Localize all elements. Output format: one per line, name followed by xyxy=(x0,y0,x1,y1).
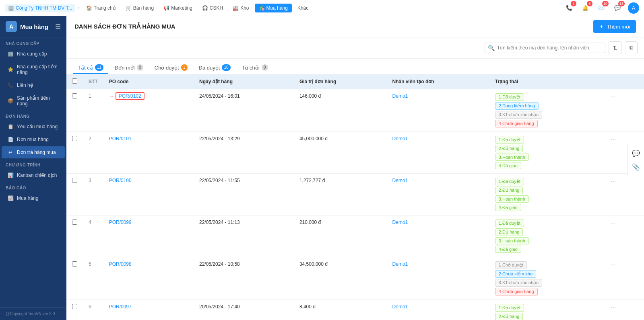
header-value[interactable]: Giá trị đơn hàng xyxy=(294,74,387,89)
cell-staff[interactable]: Demo1 xyxy=(387,89,489,132)
status-tag: 3.Hoàn thành xyxy=(495,154,529,161)
row-checkbox-4[interactable] xyxy=(72,261,77,267)
sidebar-item-nhacungcap-tiemnang[interactable]: ⭐ Nhà cung cấp tiềm năng xyxy=(2,61,65,78)
sidebar-item-nhacungcap[interactable]: 🏢 Nhà cung cấp xyxy=(2,48,65,60)
sidebar-item-yeucau-muahang[interactable]: 📋 Yêu cầu mua hàng xyxy=(2,121,65,133)
cell-status: 1.Đã duyệt2.Đủ hàng3.Hoàn thành4.Đã giao xyxy=(489,132,603,174)
cell-more[interactable]: ··· xyxy=(603,257,644,300)
nav-item-cskh[interactable]: 🎧 CSKH xyxy=(198,4,227,12)
mail-icon-btn[interactable]: ✉️ 10 xyxy=(596,2,607,14)
header-staff[interactable]: Nhân viên tạo đơn xyxy=(387,74,489,89)
more-options-button[interactable]: ··· xyxy=(608,135,618,144)
more-options-button[interactable]: ··· xyxy=(608,261,618,269)
header-status[interactable]: Trạng thái xyxy=(489,74,603,89)
status-tag: 2.Đang kiểm hàng xyxy=(495,102,539,110)
orders-table-wrapper: STT PO code Ngày đặt hàng Giá trị đơn hà… xyxy=(66,74,644,320)
row-checkbox-5[interactable] xyxy=(72,304,77,309)
table-row: 4POR/009922/05/2024 - 11:13210,000 đDemo… xyxy=(66,215,644,257)
po-code-link[interactable]: POR/0097 xyxy=(109,304,132,310)
tab-tuchoi[interactable]: Từ chối 0 xyxy=(237,62,273,74)
sidebar-item-lienhe[interactable]: 📞 Liên hệ xyxy=(2,79,65,91)
select-all-checkbox[interactable] xyxy=(72,78,77,84)
tab-tatca[interactable]: Tất cả 11 xyxy=(73,62,108,74)
cell-pocode[interactable]: →POR/0102 xyxy=(103,89,194,132)
phone-icon-btn[interactable]: 📞 1 xyxy=(564,2,575,14)
cell-staff[interactable]: Demo1 xyxy=(387,174,489,215)
row-checkbox-2[interactable] xyxy=(72,178,77,183)
tab-donmoi[interactable]: Đơn mới 0 xyxy=(110,62,148,74)
cell-more[interactable]: ··· xyxy=(603,215,644,257)
header-pocode[interactable]: PO code xyxy=(103,74,194,89)
header-date[interactable]: Ngày đặt hàng xyxy=(194,74,294,89)
top-navigation: 🏢 Công Ty TNHH TM DV T... › 🏠 Trang chủ … xyxy=(0,0,644,16)
tab-tatca-label: Tất cả xyxy=(78,65,93,71)
nav-item-marketing[interactable]: 📢 Marketing xyxy=(159,4,196,12)
cell-pocode[interactable]: POR/0100 xyxy=(103,174,194,215)
nav-item-khac[interactable]: Khác xyxy=(293,4,312,12)
cell-more[interactable]: ··· xyxy=(603,174,644,215)
filter-sort-button[interactable]: ⇅ xyxy=(609,41,621,54)
sidebar-footer: @Copyright TeraVN ver 3.0 xyxy=(0,307,66,320)
staff-link[interactable]: Demo1 xyxy=(392,261,408,267)
content-area: 🔍 ⇅ ⧉ Tất cả 11 xyxy=(66,37,644,320)
sidebar-collapse-button[interactable]: ☰ xyxy=(55,23,61,31)
staff-link[interactable]: Demo1 xyxy=(392,219,408,225)
more-options-button[interactable]: ··· xyxy=(608,92,618,101)
nav-item-muahang[interactable]: 🛍️ Mua hàng xyxy=(255,4,292,12)
tab-daduyet[interactable]: Đã duyệt 10 xyxy=(194,62,235,74)
main-content: DANH SÁCH ĐƠN TRẢ HÀNG MUA ＋ Thêm mới 🔍 … xyxy=(66,16,644,320)
right-chat-icon[interactable]: 💬 xyxy=(630,148,642,159)
bell-icon-btn[interactable]: 🔔 8 xyxy=(580,2,591,14)
search-icon: 🔍 xyxy=(488,45,495,51)
chat-icon-btn[interactable]: 💬 13 xyxy=(612,2,623,14)
sidebar-item-donmuahang[interactable]: 📄 Đơn mua hàng xyxy=(2,133,65,146)
nav-item-home[interactable]: 🏠 Trang chủ xyxy=(82,4,120,12)
staff-link[interactable]: Demo1 xyxy=(392,178,408,183)
more-options-button[interactable]: ··· xyxy=(608,303,618,312)
nav-item-kho[interactable]: 🏭 Kho xyxy=(229,4,253,12)
nav-item-banhang[interactable]: 🛒 Bán hàng xyxy=(122,4,158,12)
po-code-highlighted[interactable]: POR/0102 xyxy=(116,92,144,100)
more-options-button[interactable]: ··· xyxy=(608,219,618,227)
staff-link[interactable]: Demo1 xyxy=(392,304,408,310)
search-input[interactable] xyxy=(485,43,605,53)
more-options-button[interactable]: ··· xyxy=(608,177,618,185)
home-icon: 🏠 xyxy=(86,5,92,11)
cell-date: 20/05/2024 - 17:40 xyxy=(194,300,294,320)
sidebar-item-baocao-muahang[interactable]: 📈 Mua hàng xyxy=(2,192,65,204)
cell-pocode[interactable]: POR/0098 xyxy=(103,257,194,300)
cell-staff[interactable]: Demo1 xyxy=(387,132,489,174)
staff-link[interactable]: Demo1 xyxy=(392,93,408,99)
cell-value: 8,400 đ xyxy=(294,300,387,320)
cell-value: 34,500,000 đ xyxy=(294,257,387,300)
cell-staff[interactable]: Demo1 xyxy=(387,257,489,300)
cell-staff[interactable]: Demo1 xyxy=(387,300,489,320)
cell-more[interactable]: ··· xyxy=(603,89,644,132)
user-avatar[interactable]: A xyxy=(628,2,639,14)
top-nav-right-icons: 📞 1 🔔 8 ✉️ 10 💬 13 A xyxy=(564,2,639,14)
sidebar-title: Mua hàng xyxy=(20,23,48,30)
company-selector[interactable]: 🏢 Công Ty TNHH TM DV T... xyxy=(5,4,75,12)
cell-pocode[interactable]: POR/0097 xyxy=(103,300,194,320)
po-code-link[interactable]: POR/0101 xyxy=(109,136,132,142)
tab-tuchoi-label: Từ chối xyxy=(242,65,260,71)
right-clip-icon[interactable]: 📎 xyxy=(630,161,642,172)
row-checkbox-0[interactable] xyxy=(72,93,77,98)
add-new-button[interactable]: ＋ Thêm mới xyxy=(593,20,636,33)
staff-link[interactable]: Demo1 xyxy=(392,136,408,142)
cell-pocode[interactable]: POR/0101 xyxy=(103,132,194,174)
po-code-link[interactable]: POR/0098 xyxy=(109,261,132,267)
po-code-link[interactable]: POR/0100 xyxy=(109,178,132,183)
cell-staff[interactable]: Demo1 xyxy=(387,215,489,257)
po-code-link[interactable]: POR/0099 xyxy=(109,219,132,225)
cell-more[interactable]: ··· xyxy=(603,300,644,320)
sidebar-item-kanban[interactable]: 📊 Kanban chiến dịch xyxy=(2,169,65,181)
sidebar-item-dontrahanmua[interactable]: ↩ Đơn trả hàng mua xyxy=(2,146,65,158)
filter-button[interactable]: ⧉ xyxy=(625,41,638,54)
cell-pocode[interactable]: POR/0099 xyxy=(103,215,194,257)
add-btn-label: Thêm mới xyxy=(607,24,630,30)
tab-choduyet[interactable]: Chờ duyệt 1 xyxy=(150,62,192,74)
row-checkbox-1[interactable] xyxy=(72,136,77,141)
row-checkbox-3[interactable] xyxy=(72,219,77,225)
sidebar-item-sanpham-tiemnang[interactable]: 📦 Sản phẩm tiềm năng xyxy=(2,92,65,110)
